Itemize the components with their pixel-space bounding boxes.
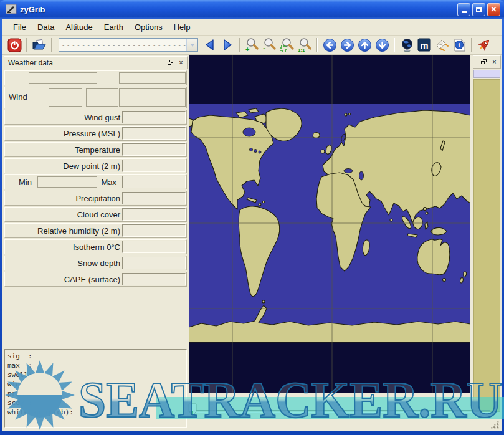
menu-bar: File Data Altitude Earth Options Help — [2, 19, 502, 36]
meteotable-button[interactable]: m — [416, 37, 432, 53]
row-value — [122, 127, 186, 140]
wind-speed-cell — [86, 88, 118, 107]
zoom-fit-icon — [280, 37, 295, 52]
weather-data-panel: Weather data × Wind Wind gust Pressure (… — [3, 55, 188, 428]
row-value — [122, 208, 186, 221]
data-row: Wind gust — [4, 110, 187, 125]
pan-down-button[interactable] — [374, 37, 390, 53]
weather-panel-titlebar[interactable]: Weather data × — [4, 56, 188, 69]
pan-right-button[interactable] — [339, 37, 355, 53]
world-map[interactable] — [189, 55, 470, 393]
selection-tool-button[interactable] — [434, 37, 450, 53]
minimize-button[interactable] — [457, 3, 470, 16]
row-value — [122, 111, 186, 123]
wave-line: wind : — [7, 380, 186, 389]
minimize-icon — [462, 11, 467, 13]
row-label: Wind gust — [84, 113, 120, 122]
row-label: Isotherm 0°C — [73, 242, 120, 252]
float-panel-button[interactable] — [166, 58, 175, 67]
max-value-cell — [122, 176, 186, 188]
download-grib-button[interactable] — [476, 37, 492, 53]
wave-line: swell: — [7, 370, 186, 380]
next-date-button[interactable] — [219, 37, 235, 53]
maximize-button[interactable] — [472, 3, 485, 16]
timeline-slider-handle[interactable] — [188, 403, 197, 418]
minmax-row: Min Max — [4, 174, 187, 189]
wave-line: sig : — [7, 351, 186, 361]
previous-date-button[interactable] — [202, 37, 218, 53]
data-row: Temperature — [4, 142, 187, 157]
window-title: zyGrib — [20, 5, 455, 14]
svg-text:+: + — [245, 45, 249, 52]
menu-help[interactable]: Help — [168, 20, 196, 34]
info-button[interactable]: i — [451, 37, 467, 53]
svg-text:i: i — [458, 42, 460, 49]
close-panel-button[interactable]: × — [176, 58, 186, 67]
wind-label: Wind — [9, 92, 27, 102]
zoom-1-1-icon: 1:1 — [297, 37, 312, 52]
wave-data-box: sig : max : swell: wind : prim : scdy : … — [4, 349, 187, 428]
world-map-canvas — [189, 55, 470, 393]
weather-panel-title: Weather data — [8, 59, 164, 67]
data-row: Dew point (2 m) — [4, 158, 187, 173]
svg-text:-: - — [263, 44, 265, 52]
earth-view-button[interactable] — [399, 37, 415, 53]
close-icon: × — [179, 59, 183, 66]
row-label: Dew point (2 m) — [63, 161, 120, 171]
close-panel-button[interactable]: × — [490, 57, 499, 67]
svg-text:m: m — [420, 40, 428, 50]
close-button[interactable]: ✕ — [487, 3, 500, 16]
wave-line: max : — [7, 361, 186, 370]
wind-dir-cell — [49, 88, 82, 107]
circle-arrow-left-icon — [323, 38, 337, 52]
zoom-fit-button[interactable] — [279, 37, 295, 53]
open-file-button[interactable] — [31, 37, 47, 53]
grib-file-combobox[interactable]: - - - - - - - - - - - - - - - - - - - - … — [59, 38, 198, 52]
zoom-in-button[interactable]: + — [244, 37, 260, 53]
pan-up-button[interactable] — [356, 37, 373, 53]
svg-text:1:1: 1:1 — [298, 47, 305, 52]
menu-data[interactable]: Data — [32, 20, 60, 34]
row-label: Precipitation — [75, 194, 120, 203]
close-icon: ✕ — [490, 6, 497, 13]
colorbar-scale — [473, 79, 500, 412]
menu-options[interactable]: Options — [129, 20, 168, 34]
menu-earth[interactable]: Earth — [98, 20, 129, 34]
row-label: CAPE (surface) — [64, 275, 120, 284]
max-label: Max — [101, 178, 116, 187]
colorbar-header-cell — [473, 70, 500, 78]
chevron-down-icon — [190, 44, 195, 47]
info-icon: i — [452, 38, 467, 52]
row-label: Temperature — [75, 145, 120, 155]
pan-left-button[interactable] — [321, 37, 338, 53]
resize-grip[interactable] — [491, 421, 500, 429]
arrow-left-icon — [203, 38, 217, 52]
timeline-slider-track[interactable] — [192, 410, 490, 413]
min-label: Min — [19, 178, 32, 187]
data-row: Isotherm 0°C — [4, 239, 187, 254]
toolbar-separator — [316, 38, 318, 52]
circle-arrow-right-icon — [340, 38, 354, 52]
zoom-actual-button[interactable]: 1:1 — [297, 37, 313, 53]
data-row: Relative humidity (2 m) — [4, 223, 187, 238]
circle-arrow-up-icon — [358, 38, 372, 52]
float-panel-button[interactable] — [479, 57, 488, 67]
colorbar-panel: × — [472, 55, 502, 429]
row-value — [122, 273, 186, 285]
zoom-out-button[interactable]: - — [262, 37, 278, 53]
data-row: Precipitation — [4, 191, 187, 206]
float-icon — [481, 59, 487, 65]
title-bar[interactable]: zyGrib ✕ — [0, 0, 504, 19]
row-label: Pressure (MSL) — [64, 129, 120, 138]
row-value — [122, 257, 186, 269]
toolbar-separator — [471, 38, 472, 52]
data-row: Snow depth — [4, 256, 187, 270]
toolbar-separator — [26, 38, 27, 52]
menu-file[interactable]: File — [7, 20, 32, 34]
client-area: File Data Altitude Earth Options Help — [2, 19, 502, 431]
quit-button[interactable] — [6, 37, 22, 53]
combobox-dropdown-button[interactable] — [186, 39, 197, 51]
menu-altitude[interactable]: Altitude — [60, 20, 98, 34]
row-value — [122, 160, 186, 172]
colorbar-panel-titlebar[interactable]: × — [473, 55, 501, 69]
